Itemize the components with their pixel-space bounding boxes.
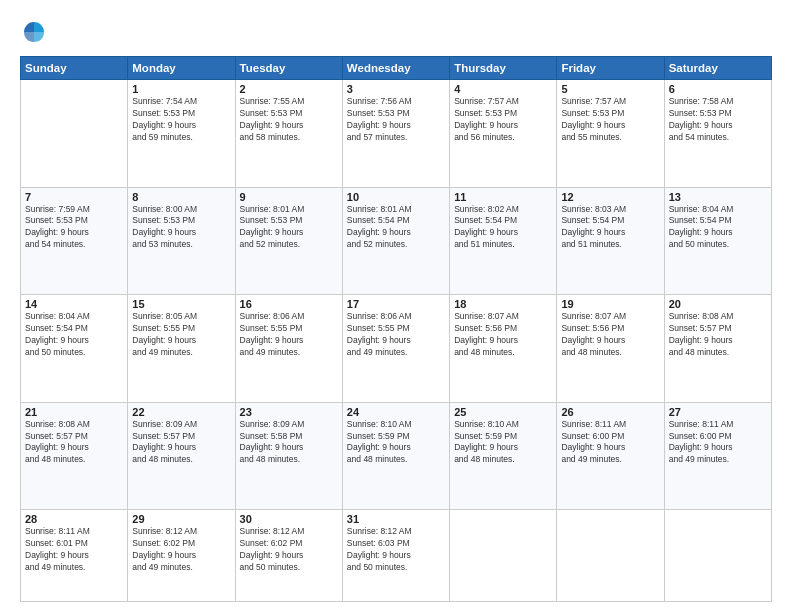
day-info: Sunrise: 8:07 AM Sunset: 5:56 PM Dayligh… [561,311,659,359]
calendar-cell [664,510,771,602]
day-info: Sunrise: 8:04 AM Sunset: 5:54 PM Dayligh… [25,311,123,359]
calendar-cell: 2Sunrise: 7:55 AM Sunset: 5:53 PM Daylig… [235,80,342,188]
day-info: Sunrise: 8:01 AM Sunset: 5:53 PM Dayligh… [240,204,338,252]
day-info: Sunrise: 8:02 AM Sunset: 5:54 PM Dayligh… [454,204,552,252]
day-info: Sunrise: 7:59 AM Sunset: 5:53 PM Dayligh… [25,204,123,252]
day-number: 24 [347,406,445,418]
calendar-cell: 24Sunrise: 8:10 AM Sunset: 5:59 PM Dayli… [342,402,449,510]
day-number: 7 [25,191,123,203]
calendar-cell: 5Sunrise: 7:57 AM Sunset: 5:53 PM Daylig… [557,80,664,188]
header [20,18,772,46]
calendar-cell: 25Sunrise: 8:10 AM Sunset: 5:59 PM Dayli… [450,402,557,510]
calendar-cell: 28Sunrise: 8:11 AM Sunset: 6:01 PM Dayli… [21,510,128,602]
calendar-cell: 29Sunrise: 8:12 AM Sunset: 6:02 PM Dayli… [128,510,235,602]
weekday-header: Sunday [21,57,128,80]
day-info: Sunrise: 8:04 AM Sunset: 5:54 PM Dayligh… [669,204,767,252]
day-number: 13 [669,191,767,203]
day-number: 28 [25,513,123,525]
weekday-header: Saturday [664,57,771,80]
calendar-cell: 26Sunrise: 8:11 AM Sunset: 6:00 PM Dayli… [557,402,664,510]
calendar-cell: 17Sunrise: 8:06 AM Sunset: 5:55 PM Dayli… [342,295,449,403]
day-number: 8 [132,191,230,203]
day-number: 4 [454,83,552,95]
day-number: 21 [25,406,123,418]
day-info: Sunrise: 8:12 AM Sunset: 6:03 PM Dayligh… [347,526,445,574]
day-info: Sunrise: 7:57 AM Sunset: 5:53 PM Dayligh… [561,96,659,144]
day-number: 20 [669,298,767,310]
day-number: 30 [240,513,338,525]
day-info: Sunrise: 8:11 AM Sunset: 6:00 PM Dayligh… [669,419,767,467]
day-number: 3 [347,83,445,95]
day-info: Sunrise: 8:06 AM Sunset: 5:55 PM Dayligh… [347,311,445,359]
calendar-cell: 12Sunrise: 8:03 AM Sunset: 5:54 PM Dayli… [557,187,664,295]
calendar-cell: 21Sunrise: 8:08 AM Sunset: 5:57 PM Dayli… [21,402,128,510]
day-number: 25 [454,406,552,418]
weekday-header: Monday [128,57,235,80]
day-number: 23 [240,406,338,418]
day-number: 15 [132,298,230,310]
calendar-cell: 10Sunrise: 8:01 AM Sunset: 5:54 PM Dayli… [342,187,449,295]
day-info: Sunrise: 8:12 AM Sunset: 6:02 PM Dayligh… [132,526,230,574]
day-info: Sunrise: 8:01 AM Sunset: 5:54 PM Dayligh… [347,204,445,252]
weekday-header: Friday [557,57,664,80]
day-number: 9 [240,191,338,203]
day-number: 10 [347,191,445,203]
day-info: Sunrise: 8:09 AM Sunset: 5:57 PM Dayligh… [132,419,230,467]
day-info: Sunrise: 7:55 AM Sunset: 5:53 PM Dayligh… [240,96,338,144]
day-number: 11 [454,191,552,203]
calendar-cell: 13Sunrise: 8:04 AM Sunset: 5:54 PM Dayli… [664,187,771,295]
calendar-header: SundayMondayTuesdayWednesdayThursdayFrid… [21,57,772,80]
day-info: Sunrise: 8:00 AM Sunset: 5:53 PM Dayligh… [132,204,230,252]
day-number: 16 [240,298,338,310]
day-number: 2 [240,83,338,95]
day-info: Sunrise: 7:56 AM Sunset: 5:53 PM Dayligh… [347,96,445,144]
day-number: 17 [347,298,445,310]
day-info: Sunrise: 8:08 AM Sunset: 5:57 PM Dayligh… [25,419,123,467]
calendar-cell [557,510,664,602]
day-number: 31 [347,513,445,525]
day-info: Sunrise: 8:11 AM Sunset: 6:01 PM Dayligh… [25,526,123,574]
calendar-cell [21,80,128,188]
page: SundayMondayTuesdayWednesdayThursdayFrid… [0,0,792,612]
day-number: 6 [669,83,767,95]
calendar-cell: 3Sunrise: 7:56 AM Sunset: 5:53 PM Daylig… [342,80,449,188]
weekday-row: SundayMondayTuesdayWednesdayThursdayFrid… [21,57,772,80]
day-info: Sunrise: 8:10 AM Sunset: 5:59 PM Dayligh… [347,419,445,467]
day-info: Sunrise: 7:54 AM Sunset: 5:53 PM Dayligh… [132,96,230,144]
day-number: 14 [25,298,123,310]
logo [20,18,52,46]
calendar-cell: 20Sunrise: 8:08 AM Sunset: 5:57 PM Dayli… [664,295,771,403]
day-info: Sunrise: 8:10 AM Sunset: 5:59 PM Dayligh… [454,419,552,467]
day-info: Sunrise: 8:12 AM Sunset: 6:02 PM Dayligh… [240,526,338,574]
calendar-cell [450,510,557,602]
day-number: 29 [132,513,230,525]
day-number: 27 [669,406,767,418]
day-number: 19 [561,298,659,310]
calendar-cell: 27Sunrise: 8:11 AM Sunset: 6:00 PM Dayli… [664,402,771,510]
calendar-cell: 6Sunrise: 7:58 AM Sunset: 5:53 PM Daylig… [664,80,771,188]
calendar-cell: 18Sunrise: 8:07 AM Sunset: 5:56 PM Dayli… [450,295,557,403]
day-number: 26 [561,406,659,418]
calendar-cell: 1Sunrise: 7:54 AM Sunset: 5:53 PM Daylig… [128,80,235,188]
calendar-cell: 14Sunrise: 8:04 AM Sunset: 5:54 PM Dayli… [21,295,128,403]
calendar-cell: 30Sunrise: 8:12 AM Sunset: 6:02 PM Dayli… [235,510,342,602]
logo-icon [20,18,48,46]
day-info: Sunrise: 8:06 AM Sunset: 5:55 PM Dayligh… [240,311,338,359]
calendar-cell: 23Sunrise: 8:09 AM Sunset: 5:58 PM Dayli… [235,402,342,510]
day-number: 22 [132,406,230,418]
day-info: Sunrise: 8:03 AM Sunset: 5:54 PM Dayligh… [561,204,659,252]
calendar-cell: 7Sunrise: 7:59 AM Sunset: 5:53 PM Daylig… [21,187,128,295]
weekday-header: Tuesday [235,57,342,80]
day-info: Sunrise: 8:08 AM Sunset: 5:57 PM Dayligh… [669,311,767,359]
day-number: 5 [561,83,659,95]
weekday-header: Thursday [450,57,557,80]
weekday-header: Wednesday [342,57,449,80]
calendar-cell: 22Sunrise: 8:09 AM Sunset: 5:57 PM Dayli… [128,402,235,510]
day-number: 12 [561,191,659,203]
calendar-cell: 9Sunrise: 8:01 AM Sunset: 5:53 PM Daylig… [235,187,342,295]
calendar-cell: 31Sunrise: 8:12 AM Sunset: 6:03 PM Dayli… [342,510,449,602]
calendar-cell: 15Sunrise: 8:05 AM Sunset: 5:55 PM Dayli… [128,295,235,403]
calendar-cell: 8Sunrise: 8:00 AM Sunset: 5:53 PM Daylig… [128,187,235,295]
calendar-cell: 4Sunrise: 7:57 AM Sunset: 5:53 PM Daylig… [450,80,557,188]
day-info: Sunrise: 8:07 AM Sunset: 5:56 PM Dayligh… [454,311,552,359]
